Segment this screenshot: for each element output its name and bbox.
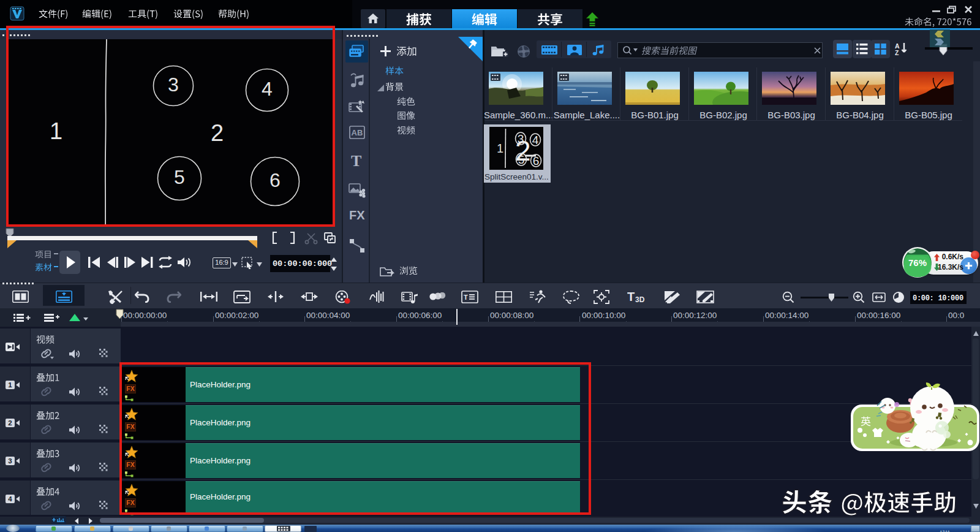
svg-text:T: T [464,294,468,301]
svg-text:4: 4 [8,495,12,503]
svg-text:76%: 76% [908,257,927,268]
svg-text:3: 3 [8,457,12,465]
svg-text:1: 1 [497,142,503,155]
svg-text:1: 1 [8,381,12,389]
svg-text:3D: 3D [635,295,645,303]
svg-text:T: T [627,291,635,303]
svg-text:3: 3 [518,132,524,145]
svg-text:AB: AB [352,128,363,137]
svg-text:Z: Z [895,49,899,56]
svg-text:4: 4 [532,134,539,146]
svg-text:2: 2 [8,419,12,427]
svg-text:6: 6 [533,154,540,167]
svg-text:5: 5 [518,153,525,166]
